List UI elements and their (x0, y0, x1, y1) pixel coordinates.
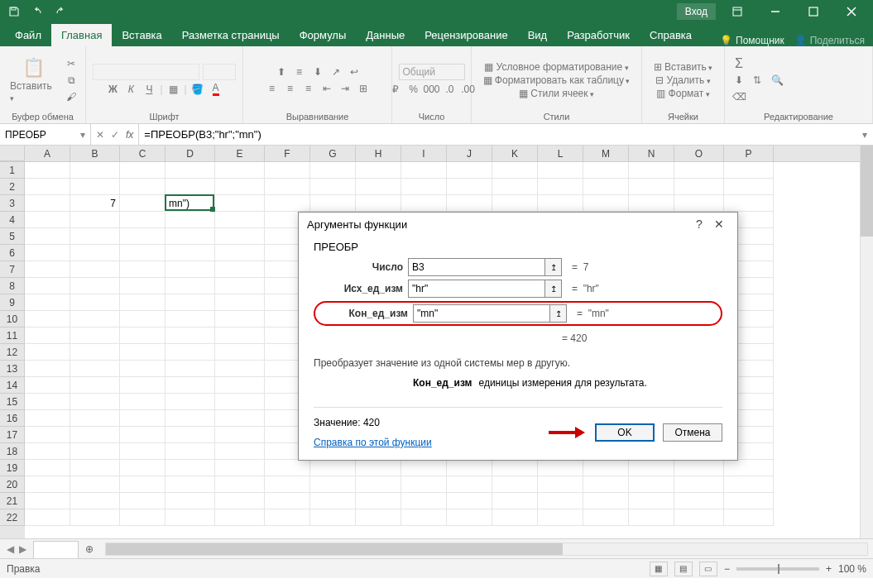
bold-button[interactable]: Ж (105, 82, 120, 97)
expand-formula-bar-icon[interactable]: ▾ (856, 124, 873, 145)
cell[interactable] (70, 460, 120, 476)
cell[interactable] (70, 410, 120, 427)
insert-cells-button[interactable]: ⊞ Вставить (654, 61, 713, 73)
cell[interactable] (538, 179, 583, 195)
login-button[interactable]: Вход (677, 3, 716, 20)
cell[interactable] (165, 294, 215, 311)
cell[interactable] (25, 361, 70, 377)
find-select-button[interactable]: 🔍 (768, 73, 787, 88)
autosum-icon[interactable]: Σ (731, 56, 746, 71)
align-middle-icon[interactable]: ≡ (292, 65, 307, 79)
cell[interactable] (165, 245, 215, 261)
cell[interactable] (70, 443, 120, 460)
cell[interactable] (215, 228, 265, 245)
cell[interactable] (25, 476, 70, 493)
cell[interactable] (120, 443, 165, 460)
cell[interactable] (215, 410, 265, 427)
cell[interactable] (70, 427, 120, 443)
cell[interactable] (25, 410, 70, 427)
cell[interactable] (447, 509, 492, 526)
cell[interactable] (165, 493, 215, 509)
arg-input[interactable] (409, 280, 544, 297)
align-top-icon[interactable]: ⬆ (274, 65, 289, 79)
ribbon-display-options-icon[interactable] (721, 0, 754, 23)
cell[interactable] (724, 493, 774, 509)
column-header[interactable]: A (25, 146, 70, 161)
cell[interactable] (215, 493, 265, 509)
paste-button[interactable]: 📋 Вставить (7, 55, 60, 105)
column-header[interactable]: B (70, 146, 120, 161)
range-select-icon[interactable]: ↥ (544, 259, 561, 275)
row-header[interactable]: 6 (0, 245, 25, 261)
row-header[interactable]: 2 (0, 179, 25, 195)
align-right-icon[interactable]: ≡ (301, 81, 316, 96)
cell[interactable]: 7 (70, 195, 120, 212)
row-header[interactable]: 5 (0, 228, 25, 245)
cell[interactable] (538, 476, 583, 493)
cell[interactable] (120, 394, 165, 410)
row-header[interactable]: 7 (0, 261, 25, 278)
cell[interactable] (629, 493, 674, 509)
cell[interactable] (215, 162, 265, 179)
cell[interactable] (70, 509, 120, 526)
cell[interactable] (165, 344, 215, 361)
cell[interactable] (25, 327, 70, 344)
cell[interactable] (120, 509, 165, 526)
name-box-input[interactable] (5, 129, 71, 141)
cell[interactable] (265, 476, 310, 493)
cell[interactable] (165, 377, 215, 394)
cell[interactable] (356, 162, 401, 179)
cell[interactable] (165, 460, 215, 476)
cell[interactable] (25, 228, 70, 245)
cell[interactable] (70, 162, 120, 179)
cell[interactable] (310, 476, 356, 493)
number-format-select[interactable]: Общий (399, 64, 465, 80)
font-size-select[interactable] (203, 64, 236, 80)
cell[interactable] (165, 327, 215, 344)
undo-icon[interactable] (28, 2, 46, 21)
cancel-formula-icon[interactable]: ✕ (96, 129, 104, 141)
cell[interactable] (70, 493, 120, 509)
cell[interactable] (724, 509, 774, 526)
cell[interactable] (583, 162, 629, 179)
cell[interactable] (215, 245, 265, 261)
cell[interactable] (70, 377, 120, 394)
copy-icon[interactable]: ⧉ (64, 73, 79, 88)
tab-view[interactable]: Вид (518, 24, 558, 46)
cell[interactable] (401, 162, 447, 179)
cell[interactable] (120, 162, 165, 179)
cell[interactable] (70, 245, 120, 261)
cell[interactable] (492, 476, 538, 493)
cell[interactable] (165, 509, 215, 526)
cell[interactable] (356, 509, 401, 526)
cell[interactable] (492, 493, 538, 509)
tab-help[interactable]: Справка (640, 24, 702, 46)
cell[interactable] (215, 509, 265, 526)
cell[interactable] (674, 493, 724, 509)
currency-icon[interactable]: ₽ (388, 82, 403, 97)
arg-input[interactable] (414, 305, 549, 322)
cell[interactable] (265, 195, 310, 212)
cell[interactable] (629, 460, 674, 476)
cell[interactable] (120, 179, 165, 195)
chevron-down-icon[interactable]: ▾ (80, 129, 85, 141)
cell[interactable] (401, 476, 447, 493)
percent-icon[interactable]: % (406, 82, 421, 97)
cell[interactable] (629, 162, 674, 179)
tab-home[interactable]: Главная (51, 24, 112, 46)
cell[interactable] (724, 460, 774, 476)
cell[interactable] (629, 476, 674, 493)
enter-formula-icon[interactable]: ✓ (111, 129, 119, 141)
column-header[interactable]: G (310, 146, 356, 161)
select-all-button[interactable] (0, 146, 25, 161)
column-header[interactable]: L (538, 146, 583, 161)
tell-me-button[interactable]: 💡 Помощник (720, 35, 784, 46)
cell[interactable] (165, 443, 215, 460)
dialog-close-icon[interactable]: ✕ (709, 218, 729, 231)
cut-icon[interactable]: ✂ (64, 56, 79, 71)
redo-icon[interactable] (51, 2, 70, 21)
cell[interactable] (215, 261, 265, 278)
column-header[interactable]: M (583, 146, 629, 161)
row-header[interactable]: 9 (0, 294, 25, 311)
cell[interactable] (310, 195, 356, 212)
